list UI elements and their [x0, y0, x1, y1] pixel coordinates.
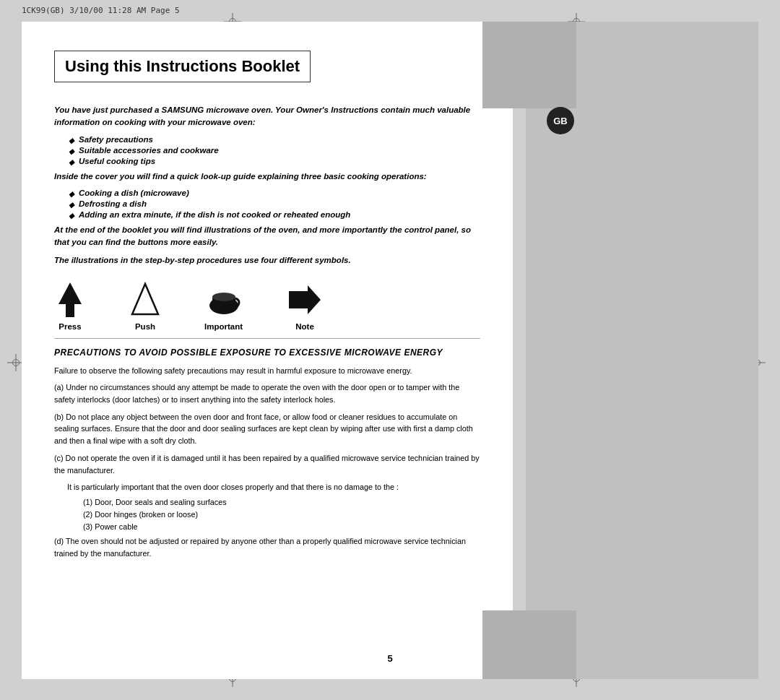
symbols-section: Press Push	[54, 282, 480, 331]
symbol-push: Push	[129, 282, 161, 331]
precaution-c-sublist: (1) Door, Door seals and sealing surface…	[83, 496, 480, 532]
page-wrapper: 1CK99(GB) 3/10/00 11:28 AM Page 5 GB Usi…	[0, 0, 780, 700]
divider	[54, 338, 480, 339]
bullet-item-tips: Useful cooking tips	[69, 157, 480, 166]
bullet-list-2: Cooking a dish (microwave) Defrosting a …	[69, 189, 480, 220]
precaution-d: (d) The oven should not be adjusted or r…	[54, 535, 480, 559]
press-icon	[54, 282, 86, 318]
bullet-item-extra-minute: Adding an extra minute, if the dish is n…	[69, 210, 480, 220]
bullet-item-defrosting: Defrosting a dish	[69, 199, 480, 209]
page-number: 5	[387, 653, 392, 664]
precaution-c: (c) Do not operate the oven if it is dam…	[54, 452, 480, 476]
precaution-a: (a) Under no circumstances should any at…	[54, 381, 480, 405]
bullet-item-cooking: Cooking a dish (microwave)	[69, 189, 480, 198]
important-label: Important	[204, 322, 243, 331]
sublist-item-1: (1) Door, Door seals and sealing surface…	[83, 496, 480, 509]
sublist-item-3: (3) Power cable	[83, 521, 480, 533]
note-label: Note	[295, 322, 314, 331]
bullet-list-1: Safety precautions Suitable accessories …	[69, 135, 480, 166]
precaution-c-subtext: It is particularly important that the ov…	[67, 481, 480, 493]
symbol-note: Note	[286, 282, 324, 331]
symbol-press: Press	[54, 282, 86, 331]
press-label: Press	[58, 322, 81, 331]
svg-point-4	[212, 293, 235, 301]
intro-paragraph-4: The illustrations in the step-by-step pr…	[54, 254, 480, 267]
print-info: 1CK99(GB) 3/10/00 11:28 AM Page 5	[22, 6, 180, 15]
sublist-item-2: (2) Door hinges (broken or loose)	[83, 509, 480, 521]
gb-badge: GB	[547, 107, 574, 134]
bullet-item-safety: Safety precautions	[69, 135, 480, 144]
intro-paragraph-2: Inside the cover you will find a quick l…	[54, 170, 480, 183]
gray-tab-top	[482, 22, 576, 108]
gray-tab-bottom	[482, 610, 576, 679]
svg-marker-5	[289, 285, 321, 314]
push-label: Push	[135, 322, 155, 331]
symbol-important: Important	[204, 282, 243, 331]
important-icon	[205, 282, 243, 318]
svg-marker-1	[132, 284, 158, 314]
svg-marker-0	[58, 282, 82, 317]
bullet-item-accessories: Suitable accessories and cookware	[69, 146, 480, 155]
precaution-intro: Failure to observe the following safety …	[54, 365, 480, 377]
note-icon	[286, 282, 324, 318]
intro-paragraph-1: You have just purchased a SAMSUNG microw…	[54, 104, 480, 129]
intro-paragraph-3: At the end of the booklet you will find …	[54, 224, 480, 249]
push-icon	[129, 282, 161, 318]
page-title: Using this Instructions Booklet	[65, 57, 300, 76]
main-page: Using this Instructions Booklet You have…	[22, 22, 513, 679]
precaution-b: (b) Do not place any object between the …	[54, 411, 480, 447]
title-box: Using this Instructions Booklet	[54, 51, 311, 82]
precautions-heading: PRECAUTIONS TO AVOID POSSIBLE EXPOSURE T…	[54, 347, 480, 358]
